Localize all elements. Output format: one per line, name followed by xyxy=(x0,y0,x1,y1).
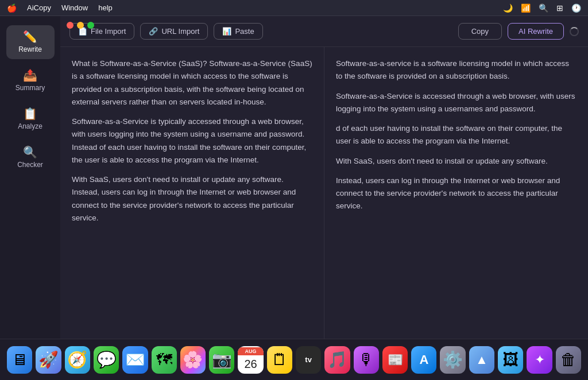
sidebar-item-rewrite[interactable]: ✏️ Rewrite xyxy=(6,25,55,59)
right-para-5: Instead, users can log in through the In… xyxy=(336,175,577,213)
dock-notes[interactable]: 🗒 xyxy=(267,346,292,374)
menubar-right: 🌙 📶 🔍 ⊞ 🕐 xyxy=(503,3,581,13)
apple-menu[interactable]: 🍎 xyxy=(7,3,17,13)
sidebar-label-rewrite: Rewrite xyxy=(18,45,42,53)
dock-trash[interactable]: 🗑 xyxy=(556,346,581,374)
rewrite-icon: ✏️ xyxy=(23,31,37,42)
sidebar-label-checker: Checker xyxy=(17,161,43,169)
dock-news[interactable]: 📰 xyxy=(382,346,408,374)
minimize-button[interactable] xyxy=(77,22,84,29)
sidebar: ✏️ Rewrite 📤 Summary 📋 Analyze 🔍 Checker xyxy=(0,16,60,339)
menubar-help[interactable]: help xyxy=(98,3,113,12)
loading-spinner xyxy=(570,27,579,36)
calendar-day: 26 xyxy=(244,355,257,373)
paste-icon: 📊 xyxy=(222,27,231,36)
menubar-window[interactable]: Window xyxy=(61,3,88,12)
sidebar-item-checker[interactable]: 🔍 Checker xyxy=(6,141,55,175)
dock-safari[interactable]: 🧭 xyxy=(65,346,90,374)
dock-finder[interactable]: 🖥 xyxy=(7,346,32,374)
right-para-4: With SaaS, users don't need to install o… xyxy=(336,155,577,168)
text-panels: What is Software-as-a-Service (SaaS)? So… xyxy=(60,47,588,339)
toolbar-right: Copy AI Rewrite xyxy=(458,23,579,40)
menubar-app-name[interactable]: AiCopy xyxy=(27,3,51,12)
dock-airtm[interactable]: ▲ xyxy=(469,346,494,374)
dock-facetime[interactable]: 📷 xyxy=(209,346,234,374)
left-para-2: Software-as-a-Service is typically acces… xyxy=(72,115,312,166)
url-import-button[interactable]: 🔗 URL Import xyxy=(140,23,208,40)
content: 📄 File Import 🔗 URL Import 📊 Paste Copy … xyxy=(60,16,588,339)
sidebar-label-analyze: Analyze xyxy=(18,122,42,130)
dock-messages[interactable]: 💬 xyxy=(94,346,119,374)
ai-rewrite-button[interactable]: AI Rewrite xyxy=(508,23,564,40)
wifi-icon[interactable]: 📶 xyxy=(521,3,531,13)
maximize-button[interactable] xyxy=(87,22,94,29)
left-para-1: What is Software-as-a-Service (SaaS)? So… xyxy=(72,57,312,108)
copy-button[interactable]: Copy xyxy=(458,23,502,40)
dock-launchpad[interactable]: 🚀 xyxy=(36,346,61,374)
app-container: ✏️ Rewrite 📤 Summary 📋 Analyze 🔍 Checker… xyxy=(0,16,588,339)
dock-preview[interactable]: 🖼 xyxy=(498,346,523,374)
checker-icon: 🔍 xyxy=(23,146,37,158)
file-import-label: File Import xyxy=(91,27,126,36)
control-center-icon[interactable]: ⊞ xyxy=(556,3,563,13)
dock-music[interactable]: 🎵 xyxy=(324,346,350,374)
dock-syspreferences[interactable]: ⚙️ xyxy=(440,346,465,374)
left-panel[interactable]: What is Software-as-a-Service (SaaS)? So… xyxy=(60,47,324,339)
paste-button[interactable]: 📊 Paste xyxy=(214,23,262,40)
sidebar-item-analyze[interactable]: 📋 Analyze xyxy=(6,102,55,136)
sidebar-label-summary: Summary xyxy=(16,84,45,92)
dock-aicopy[interactable]: ✦ xyxy=(527,346,552,374)
right-para-1: Software-as-a-service is a software lice… xyxy=(336,57,577,83)
dock-mail[interactable]: ✉️ xyxy=(122,346,148,374)
dock: 🖥 🚀 🧭 💬 ✉️ 🗺 🌸 📷 AUG 26 🗒 tv 🎵 🎙 📰 A ⚙️ … xyxy=(0,339,588,380)
toolbar: 📄 File Import 🔗 URL Import 📊 Paste Copy … xyxy=(60,16,588,47)
summary-icon: 📤 xyxy=(23,69,37,81)
clock: 🕐 xyxy=(571,3,581,13)
menubar: 🍎 AiCopy Window help 🌙 📶 🔍 ⊞ 🕐 xyxy=(0,0,588,16)
analyze-icon: 📋 xyxy=(23,108,37,119)
left-para-3: With SaaS, users don't need to install o… xyxy=(72,173,312,224)
url-import-label: URL Import xyxy=(161,27,199,36)
moon-icon[interactable]: 🌙 xyxy=(503,3,513,13)
dock-appletv[interactable]: tv xyxy=(296,346,321,374)
calendar-month: AUG xyxy=(238,347,263,355)
dock-calendar[interactable]: AUG 26 xyxy=(238,346,263,374)
close-button[interactable] xyxy=(67,22,74,29)
dock-podcasts[interactable]: 🎙 xyxy=(354,346,379,374)
traffic-lights xyxy=(67,22,94,29)
dock-photos[interactable]: 🌸 xyxy=(180,346,206,374)
search-icon[interactable]: 🔍 xyxy=(539,3,548,13)
right-para-3: d of each user having to install the sof… xyxy=(336,122,577,148)
dock-maps[interactable]: 🗺 xyxy=(152,346,177,374)
url-import-icon: 🔗 xyxy=(149,27,158,36)
dock-appstore[interactable]: A xyxy=(411,346,436,374)
right-panel[interactable]: Software-as-a-service is a software lice… xyxy=(324,47,588,339)
paste-label: Paste xyxy=(235,27,254,36)
right-para-2: Software-as-a-Service is accessed throug… xyxy=(336,90,577,116)
sidebar-item-summary[interactable]: 📤 Summary xyxy=(6,64,55,98)
